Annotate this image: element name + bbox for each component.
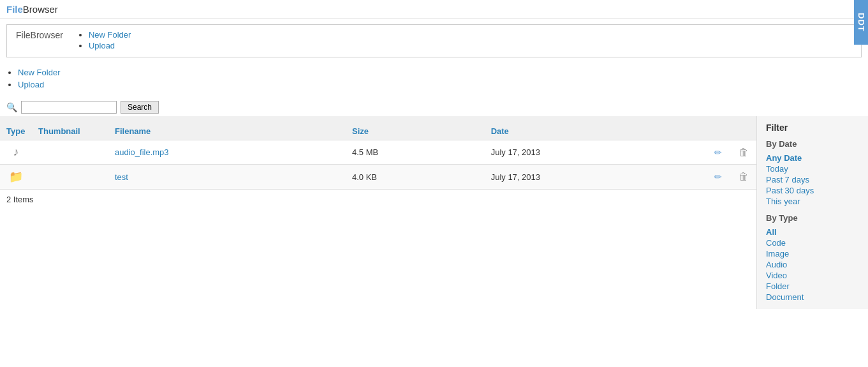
row-delete[interactable]: 🗑 <box>731 140 756 165</box>
edit-icon[interactable]: ✏ <box>714 172 722 182</box>
search-area: 🔍 Search <box>0 97 868 114</box>
header-box-title: FileBrowser <box>16 30 63 40</box>
filter-type-video[interactable]: Video <box>766 270 859 281</box>
row-filename: audio_file.mp3 <box>108 140 346 165</box>
filter-past-7-days[interactable]: Past 7 days <box>766 174 859 185</box>
filter-by-date-label: By Date <box>766 139 859 149</box>
row-thumbnail <box>32 165 108 190</box>
filter-title: Filter <box>766 123 859 133</box>
row-size: 4.5 MB <box>346 140 485 165</box>
filter-sidebar: Filter By Date Any Date Today Past 7 day… <box>756 116 868 309</box>
search-button[interactable]: Search <box>121 101 159 114</box>
table-row: 📁 test 4.0 KB July 17, 2013 ✏ 🗑 <box>0 165 756 190</box>
header-new-folder-link[interactable]: New Folder <box>89 30 131 40</box>
header-box-links: New Folder Upload <box>76 30 131 52</box>
filename-link[interactable]: audio_file.mp3 <box>115 147 169 157</box>
row-delete[interactable]: 🗑 <box>731 165 756 190</box>
filter-type-image[interactable]: Image <box>766 248 859 259</box>
search-icon: 🔍 <box>6 102 17 112</box>
file-table: Type Thumbnail Filename Size Date ♪ <box>0 123 756 189</box>
audio-icon: ♪ <box>13 146 19 158</box>
layout: Type Thumbnail Filename Size Date ♪ <box>0 116 868 309</box>
delete-icon[interactable]: 🗑 <box>739 171 749 182</box>
main-content: Type Thumbnail Filename Size Date ♪ <box>0 116 756 309</box>
items-count: 2 Items <box>0 189 756 209</box>
file-table-body: ♪ audio_file.mp3 4.5 MB July 17, 2013 ✏ … <box>0 140 756 190</box>
col-type: Type <box>0 123 32 140</box>
row-type-icon: 📁 <box>0 165 32 190</box>
col-date: Date <box>485 123 705 140</box>
main-upload-link[interactable]: Upload <box>18 80 44 89</box>
col-size: Size <box>346 123 485 140</box>
row-filename: test <box>108 165 346 190</box>
col-edit <box>705 123 731 140</box>
filter-any-date[interactable]: Any Date <box>766 153 859 163</box>
search-input[interactable] <box>21 101 117 114</box>
delete-icon[interactable]: 🗑 <box>739 147 749 158</box>
row-type-icon: ♪ <box>0 140 32 165</box>
app-title: FileBrowser <box>6 4 58 15</box>
row-edit[interactable]: ✏ <box>705 140 731 165</box>
filter-this-year[interactable]: This year <box>766 196 859 207</box>
filter-today[interactable]: Today <box>766 163 859 174</box>
filter-type-audio[interactable]: Audio <box>766 259 859 270</box>
filter-type-folder[interactable]: Folder <box>766 281 859 292</box>
header-box: FileBrowser New Folder Upload <box>6 24 862 57</box>
filter-type-document[interactable]: Document <box>766 292 859 303</box>
folder-icon: 📁 <box>9 170 23 183</box>
row-size: 4.0 KB <box>346 165 485 190</box>
col-thumbnail: Thumbnail <box>32 123 108 140</box>
row-date: July 17, 2013 <box>485 165 705 190</box>
main-links: New Folder Upload <box>0 63 868 97</box>
edit-icon[interactable]: ✏ <box>714 147 722 158</box>
row-date: July 17, 2013 <box>485 140 705 165</box>
top-bar: FileBrowser <box>0 0 868 19</box>
header-upload-link[interactable]: Upload <box>89 41 115 50</box>
filter-past-30-days[interactable]: Past 30 days <box>766 185 859 196</box>
filter-by-type-label: By Type <box>766 213 859 223</box>
table-row: ♪ audio_file.mp3 4.5 MB July 17, 2013 ✏ … <box>0 140 756 165</box>
ddt-sidebar-tab[interactable]: DDT <box>854 0 868 45</box>
main-new-folder-link[interactable]: New Folder <box>18 68 60 77</box>
col-delete <box>731 123 756 140</box>
filter-type-code[interactable]: Code <box>766 237 859 248</box>
app-title-suffix: Browser <box>23 4 58 15</box>
row-thumbnail <box>32 140 108 165</box>
app-title-prefix: File <box>6 4 23 15</box>
file-table-wrapper: Type Thumbnail Filename Size Date ♪ <box>0 116 756 189</box>
filename-link[interactable]: test <box>115 172 128 182</box>
table-header-row: Type Thumbnail Filename Size Date <box>0 123 756 140</box>
row-edit[interactable]: ✏ <box>705 165 731 190</box>
filter-type-all[interactable]: All <box>766 227 859 237</box>
col-filename: Filename <box>108 123 346 140</box>
